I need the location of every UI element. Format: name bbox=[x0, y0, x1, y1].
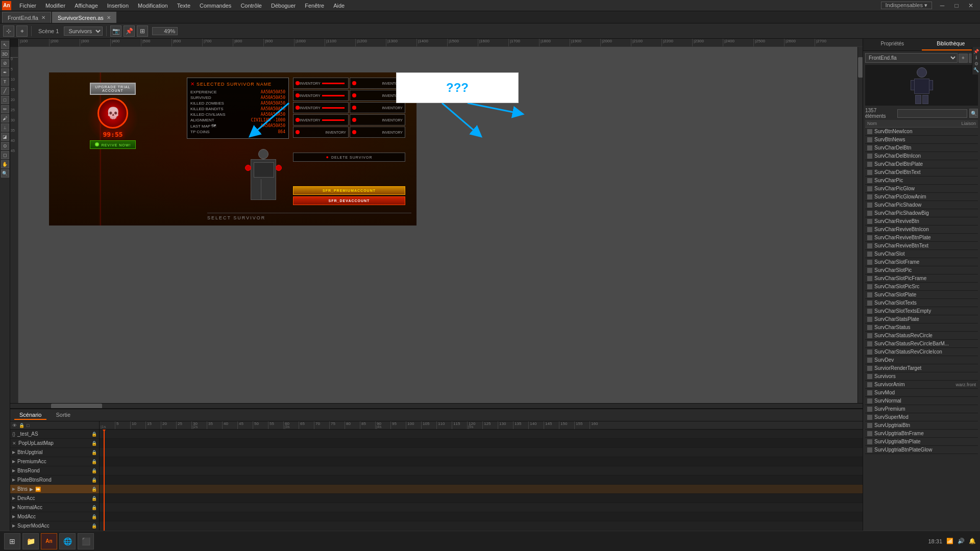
lib-item-10[interactable]: SurvCharPicShadowBig bbox=[865, 209, 978, 217]
lib-item-4[interactable]: SurvCharDelBtnPlate bbox=[865, 160, 978, 168]
tool-zoom[interactable]: 🔍 bbox=[1, 169, 9, 178]
layer-supermodacc[interactable]: ▶ SuperModAcc 🔒 bbox=[10, 521, 99, 531]
tool-lasso[interactable]: ⊘ bbox=[1, 59, 9, 67]
vscroll-thumb[interactable] bbox=[858, 57, 863, 78]
menu-controle[interactable]: Contrôle bbox=[236, 2, 266, 10]
lib-item-30[interactable]: Survivors bbox=[865, 372, 978, 381]
scene-dropdown[interactable]: Survivors bbox=[64, 27, 103, 36]
layer-normalacc-lock[interactable]: 🔒 bbox=[91, 505, 97, 510]
layer-btnupg-lock[interactable]: 🔒 bbox=[91, 450, 97, 455]
timeline-tab-sortie[interactable]: Sortie bbox=[51, 411, 76, 420]
layer-btn-upg[interactable]: ▶ BtnUpgtrial 🔒 bbox=[10, 448, 99, 457]
lib-item-37[interactable]: SurvUpgtriaBtnFrame bbox=[865, 430, 978, 438]
tab-survivorsscreen[interactable]: SurvivorScreen.as ✕ bbox=[52, 12, 116, 23]
tool-bone[interactable]: ⟂ bbox=[1, 123, 9, 132]
taskbar-animate[interactable]: An bbox=[41, 533, 57, 549]
lib-item-31[interactable]: SurvivorAnim warz.front bbox=[865, 381, 978, 389]
lib-item-28[interactable]: SurvDev bbox=[865, 356, 978, 364]
expand-icon-2[interactable]: ▶ bbox=[12, 459, 15, 464]
close-button[interactable]: ✕ bbox=[964, 0, 978, 11]
inv-slot-5[interactable]: INVENTORY bbox=[293, 102, 349, 113]
expand-icon-9[interactable]: ▶ bbox=[12, 523, 15, 528]
tool-brush[interactable]: 🖌 bbox=[1, 114, 9, 122]
lib-item-14[interactable]: SurvCharReviveBtnText bbox=[865, 242, 978, 250]
lib-item-18[interactable]: SurvCharSlotPicFrame bbox=[865, 274, 978, 283]
lib-item-26[interactable]: SurvCharStatusRevCircleBarM... bbox=[865, 340, 978, 348]
tool-camera[interactable]: 📷 bbox=[110, 26, 121, 37]
tool-grid[interactable]: ⊞ bbox=[137, 26, 148, 37]
inv-slot-3[interactable]: INVENTORY bbox=[293, 90, 349, 101]
inv-slot-7[interactable]: INVENTORY bbox=[293, 114, 349, 126]
layer-modacc-lock[interactable]: 🔒 bbox=[91, 514, 97, 519]
settings-icon[interactable]: ⚙ bbox=[974, 61, 978, 66]
tab-frontend-fla[interactable]: FrontEnd.fla ✕ bbox=[2, 12, 51, 23]
tool-select[interactable]: ⊹ bbox=[3, 26, 14, 37]
hscrollbar[interactable] bbox=[10, 403, 863, 408]
layer-btns-lock[interactable]: 🔒 bbox=[91, 487, 97, 492]
lib-item-16[interactable]: SurvCharSlotFrame bbox=[865, 258, 978, 266]
timeline-tab-scenario[interactable]: Scénario bbox=[14, 411, 46, 420]
tool-text[interactable]: T bbox=[1, 78, 9, 86]
info-icon[interactable]: ℹ bbox=[975, 55, 977, 60]
layer-normalacc[interactable]: ▶ NormalAcc 🔒 bbox=[10, 503, 99, 512]
tool-line[interactable]: ╱ bbox=[1, 87, 9, 95]
expand-icon-5[interactable]: ▶ bbox=[12, 487, 15, 491]
lib-item-21[interactable]: SurvCharSlotTexts bbox=[865, 299, 978, 307]
lib-item-24[interactable]: SurvCharStatus bbox=[865, 323, 978, 332]
lib-item-5[interactable]: SurvCharDelBtnText bbox=[865, 168, 978, 177]
inv-slot-8[interactable]: INVENTORY bbox=[350, 114, 405, 126]
expand-icon-7[interactable]: ▶ bbox=[12, 505, 15, 510]
layer-test-as[interactable]: {} _test_AS 🔒 bbox=[10, 430, 99, 439]
menu-modification[interactable]: Modification bbox=[134, 2, 172, 10]
lib-item-25[interactable]: SurvCharStatusRevCircle bbox=[865, 332, 978, 340]
layer-btnsrond-lock[interactable]: 🔒 bbox=[91, 468, 97, 473]
library-search-btn[interactable]: 🔍 bbox=[969, 109, 978, 118]
inv-slot-6[interactable]: INVENTORY bbox=[350, 102, 405, 113]
layer-btnsrond[interactable]: ▶ BtnsRond 🔒 bbox=[10, 466, 99, 475]
indispensables-dropdown[interactable]: Indispensables ▾ bbox=[881, 2, 932, 9]
right-tab-properties[interactable]: Propriétés bbox=[863, 39, 922, 51]
taskbar-start[interactable]: ⊞ bbox=[4, 533, 20, 549]
canvas-area[interactable]: UPGRADE TRIAL ACCOUNT 💀 99:55 bbox=[18, 47, 857, 403]
lib-item-19[interactable]: SurvCharSlotPicSrc bbox=[865, 283, 978, 291]
lib-item-27[interactable]: SurvCharStatusRevCircleIcon bbox=[865, 348, 978, 356]
tab-survivors-close[interactable]: ✕ bbox=[107, 15, 111, 20]
layer-premiumacc[interactable]: ▶ PremiumAcc 🔒 bbox=[10, 457, 99, 466]
minimize-button[interactable]: ─ bbox=[935, 0, 949, 11]
layer-devacc[interactable]: ▶ DevAcc 🔒 bbox=[10, 494, 99, 503]
tool-hand[interactable]: ✋ bbox=[1, 160, 9, 168]
lib-item-1[interactable]: SurvBtnNews bbox=[865, 136, 978, 144]
menu-deboger[interactable]: Déboguer bbox=[267, 2, 300, 10]
lib-item-29[interactable]: SurviorRenderTarget bbox=[865, 364, 978, 372]
expand-icon-1[interactable]: ▶ bbox=[12, 450, 15, 455]
taskbar-browser[interactable]: 🌐 bbox=[59, 533, 76, 549]
layer-supermodacc-lock[interactable]: 🔒 bbox=[91, 523, 97, 529]
taskbar-terminal[interactable]: ⬛ bbox=[78, 533, 94, 549]
layer-btns[interactable]: ▶ Btns ▶ ⏩ 🔒 bbox=[10, 485, 99, 494]
vscrollbar[interactable] bbox=[857, 47, 863, 403]
maximize-button[interactable]: □ bbox=[949, 0, 964, 11]
lib-item-7[interactable]: SurvCharPicGlow bbox=[865, 185, 978, 193]
expand-icon-8[interactable]: ▶ bbox=[12, 514, 15, 519]
lib-item-17[interactable]: SurvCharSlotPic bbox=[865, 266, 978, 274]
delete-survivor-button[interactable]: ● DELETE SURVIVOR bbox=[293, 153, 405, 162]
menu-commandes[interactable]: Commandes bbox=[195, 2, 235, 10]
lib-item-8[interactable]: SurvCharPicGlowAnim bbox=[865, 193, 978, 201]
lib-item-34[interactable]: SurvPremium bbox=[865, 405, 978, 413]
menu-aide[interactable]: Aide bbox=[329, 2, 349, 10]
tool-fill[interactable]: ◪ bbox=[1, 133, 9, 141]
lib-item-6[interactable]: SurvCharPic bbox=[865, 177, 978, 185]
lib-item-2[interactable]: SurvCharDelBtn bbox=[865, 144, 978, 152]
library-search[interactable] bbox=[897, 109, 967, 118]
tool-3d[interactable]: 3D bbox=[1, 50, 9, 58]
dev-account-button[interactable]: SFR_DEVACCOUNT bbox=[293, 196, 405, 205]
lib-item-23[interactable]: SurvCharStatsPlate bbox=[865, 315, 978, 323]
lib-item-35[interactable]: SurvSuperMod bbox=[865, 413, 978, 421]
menu-fenetre[interactable]: Fenêtre bbox=[301, 2, 328, 10]
tools-icon2[interactable]: 🔧 bbox=[973, 67, 979, 72]
lib-item-11[interactable]: SurvCharReviveBtn bbox=[865, 217, 978, 226]
tool-pen[interactable]: ✒ bbox=[1, 68, 9, 77]
tool-pencil[interactable]: ✏ bbox=[1, 105, 9, 113]
lib-item-0[interactable]: SurvBtnNewIcon bbox=[865, 128, 978, 136]
lib-item-33[interactable]: SurvNormal bbox=[865, 397, 978, 405]
